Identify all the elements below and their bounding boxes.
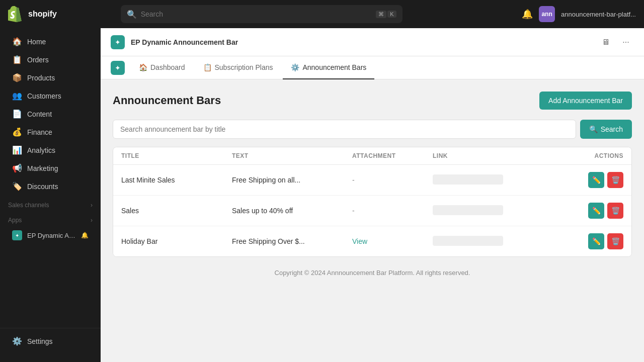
- table-row: Last Minite Sales Free Shipping on all..…: [113, 165, 631, 196]
- col-title: TITLE: [121, 152, 232, 159]
- apps-section: Apps ›: [0, 211, 101, 226]
- col-link: LINK: [433, 152, 553, 159]
- ep-dynamic-app-icon: ✦: [12, 230, 22, 240]
- dashboard-tab-icon: 🏠: [139, 63, 147, 71]
- sidebar-item-label: Settings: [27, 337, 53, 345]
- sidebar: 🏠 Home 📋 Orders 📦 Products 👥 Customers 📄…: [0, 28, 101, 362]
- settings-icon: ⚙️: [12, 336, 22, 346]
- shopify-logo[interactable]: shopify: [8, 6, 57, 22]
- monitor-icon-button[interactable]: 🖥: [598, 34, 614, 50]
- sidebar-item-label: Discounts: [27, 183, 58, 191]
- subscription-tab-icon: 📋: [203, 63, 212, 71]
- edit-button[interactable]: ✏️: [588, 233, 604, 249]
- copyright: Copyright © 2024 Annnouncement Bar Platf…: [113, 269, 632, 285]
- tab-subscription[interactable]: 📋 Subscription Plans: [195, 56, 281, 79]
- discounts-icon: 🏷️: [12, 182, 22, 191]
- sidebar-item-products[interactable]: 📦 Products: [4, 69, 97, 86]
- row-title: Last Minite Sales: [121, 176, 232, 184]
- sidebar-item-label: Marketing: [27, 164, 58, 172]
- tab-label: Dashboard: [150, 63, 185, 71]
- row-title: Sales: [121, 207, 232, 215]
- notification-icon: 🔔: [81, 232, 89, 239]
- row-actions: ✏️ 🗑️: [553, 172, 623, 188]
- global-search-bar[interactable]: 🔍 ⌘ K: [121, 5, 403, 23]
- store-name: announcement-bar-platf...: [561, 11, 636, 18]
- topbar-right: 🔔 ann announcement-bar-platf...: [522, 6, 636, 22]
- row-title: Holiday Bar: [121, 237, 232, 245]
- finance-icon: 💰: [12, 127, 22, 137]
- main-layout: 🏠 Home 📋 Orders 📦 Products 👥 Customers 📄…: [0, 28, 644, 362]
- tab-label: Subscription Plans: [215, 63, 273, 71]
- avatar[interactable]: ann: [539, 6, 555, 22]
- products-icon: 📦: [12, 73, 22, 82]
- actions-cell: ✏️ 🗑️: [553, 233, 623, 249]
- chevron-right-icon: ›: [91, 217, 93, 224]
- search-icon: 🔍: [127, 10, 137, 19]
- row-text: Free Shipping Over $...: [232, 237, 352, 245]
- global-search-input[interactable]: [141, 10, 372, 18]
- app-header-title: EP Dynamic Announcement Bar: [131, 38, 238, 46]
- tab-dashboard[interactable]: 🏠 Dashboard: [131, 56, 193, 79]
- chevron-right-icon: ›: [91, 202, 93, 209]
- sidebar-item-ep-dynamic[interactable]: ✦ EP Dynamic Announ... 🔔: [4, 226, 97, 244]
- sidebar-item-home[interactable]: 🏠 Home: [4, 33, 97, 50]
- search-button-label: Search: [601, 125, 623, 133]
- row-attachment: -: [352, 207, 433, 215]
- add-announcement-bar-button[interactable]: Add Announcement Bar: [539, 92, 632, 110]
- search-input[interactable]: [113, 120, 576, 139]
- row-attachment: -: [352, 176, 433, 184]
- sales-channels-section: Sales channels ›: [0, 196, 101, 211]
- table-header: TITLE TEXT ATTACHMENT LINK ACTIONS: [113, 147, 631, 165]
- sidebar-item-discounts[interactable]: 🏷️ Discounts: [4, 177, 97, 195]
- delete-button[interactable]: 🗑️: [607, 203, 623, 219]
- content-icon: 📄: [12, 109, 22, 119]
- sidebar-item-customers[interactable]: 👥 Customers: [4, 87, 97, 105]
- sidebar-nav: 🏠 Home 📋 Orders 📦 Products 👥 Customers 📄…: [0, 28, 101, 328]
- row-link: [433, 236, 553, 247]
- orders-icon: 📋: [12, 55, 22, 64]
- page-title: Announcement Bars: [113, 94, 221, 107]
- row-link: [433, 174, 553, 186]
- sidebar-item-label: Products: [27, 74, 55, 82]
- notifications-icon[interactable]: 🔔: [522, 9, 533, 20]
- analytics-icon: 📊: [12, 145, 22, 155]
- marketing-icon: 📢: [12, 163, 22, 173]
- search-btn-icon: 🔍: [589, 125, 598, 133]
- sidebar-item-marketing[interactable]: 📢 Marketing: [4, 159, 97, 177]
- row-attachment: View: [352, 237, 433, 245]
- app-nav: ✦ 🏠 Dashboard 📋 Subscription Plans ⚙️ An…: [101, 56, 644, 79]
- view-link[interactable]: View: [352, 237, 367, 245]
- edit-button[interactable]: ✏️: [588, 172, 604, 188]
- delete-button[interactable]: 🗑️: [607, 172, 623, 188]
- sidebar-item-label: Analytics: [27, 146, 55, 154]
- row-text: Sales up to 40% off: [232, 207, 352, 215]
- sidebar-item-finance[interactable]: 💰 Finance: [4, 123, 97, 141]
- tab-label: Announcement Bars: [302, 63, 366, 71]
- row-text: Free Shipping on all...: [232, 176, 352, 184]
- announcement-bars-table: TITLE TEXT ATTACHMENT LINK ACTIONS Last …: [113, 147, 632, 257]
- main-content: Announcement Bars Add Announcement Bar 🔍…: [101, 79, 644, 362]
- search-button[interactable]: 🔍 Search: [580, 120, 632, 139]
- keyboard-shortcut: ⌘ K: [376, 11, 396, 18]
- sidebar-item-label: Home: [27, 38, 46, 46]
- edit-button[interactable]: ✏️: [588, 203, 604, 219]
- home-icon: 🏠: [12, 37, 22, 46]
- app-nav-logo: ✦: [111, 61, 125, 75]
- col-text: TEXT: [232, 152, 352, 159]
- sidebar-item-content[interactable]: 📄 Content: [4, 105, 97, 123]
- sidebar-item-orders[interactable]: 📋 Orders: [4, 51, 97, 68]
- more-options-button[interactable]: ···: [618, 34, 634, 50]
- sidebar-item-label: Finance: [27, 128, 52, 136]
- col-attachment: ATTACHMENT: [352, 152, 433, 159]
- col-actions: ACTIONS: [553, 152, 623, 159]
- table-row: Sales Sales up to 40% off - ✏️ 🗑️: [113, 196, 631, 226]
- sidebar-item-analytics[interactable]: 📊 Analytics: [4, 141, 97, 159]
- search-row: 🔍 Search: [113, 120, 632, 139]
- row-actions: ✏️ 🗑️: [553, 233, 623, 249]
- page-header: Announcement Bars Add Announcement Bar: [113, 92, 632, 110]
- sidebar-item-settings[interactable]: ⚙️ Settings: [4, 332, 97, 350]
- delete-button[interactable]: 🗑️: [607, 233, 623, 249]
- tab-announcement-bars[interactable]: ⚙️ Announcement Bars: [283, 56, 374, 79]
- app-header: ✦ EP Dynamic Announcement Bar 🖥 ···: [101, 28, 644, 56]
- content-area: ✦ EP Dynamic Announcement Bar 🖥 ··· ✦ 🏠 …: [101, 28, 644, 362]
